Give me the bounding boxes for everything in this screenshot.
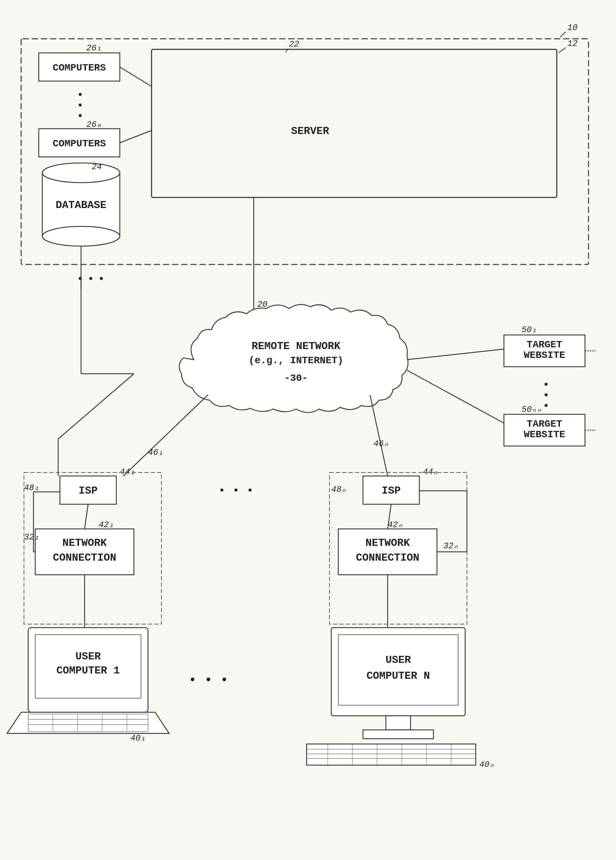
isp-1-label: ISP <box>78 485 98 497</box>
svg-text:•: • <box>77 273 83 286</box>
user-computer-1-label-1: USER <box>75 651 101 662</box>
ref-40-n-label: 40ₙ <box>479 760 494 769</box>
svg-rect-63 <box>307 744 476 765</box>
svg-rect-62 <box>363 730 433 739</box>
server-label: SERVER <box>291 125 329 137</box>
remote-network-sub-label: (e.g., INTERNET) <box>249 355 343 366</box>
svg-text:•: • <box>188 673 197 688</box>
ref-24-label: 24 <box>92 162 102 172</box>
database-label: DATABASE <box>56 199 107 211</box>
target-website-n-label-2: WEBSITE <box>524 429 565 440</box>
svg-text:•: • <box>543 400 549 413</box>
ref-32-1-label: 32₁ <box>24 532 39 542</box>
ref-32-n-label: 32ₙ <box>443 541 458 551</box>
svg-text:•: • <box>247 484 253 497</box>
svg-point-14 <box>42 163 120 183</box>
svg-text:•: • <box>88 273 94 286</box>
computers-1-label: COMPUTERS <box>53 63 106 73</box>
network-conn-1-label-1: NETWORK <box>63 537 107 549</box>
ref-46-1-label: 46₁ <box>148 448 163 457</box>
svg-text:•: • <box>98 273 105 286</box>
ref-48-n-label: 48ₙ <box>331 485 346 494</box>
isp-n-label: ISP <box>382 485 401 497</box>
svg-text:•: • <box>218 484 225 497</box>
svg-rect-61 <box>386 716 411 730</box>
svg-rect-48 <box>28 714 148 732</box>
network-conn-1-label-2: CONNECTION <box>53 552 116 564</box>
ref-50-nn-label: 50ₙₙ <box>522 405 542 414</box>
ref-40-1-label: 40₁ <box>130 733 146 743</box>
ref-44-n-label: 44ₙ <box>423 467 438 477</box>
network-conn-n-label-2: CONNECTION <box>356 552 419 564</box>
ref-42-n-label: 42ₙ <box>388 520 403 530</box>
svg-text:•: • <box>233 484 239 497</box>
ref-12-label: 12 <box>567 39 578 48</box>
computers-m-label: COMPUTERS <box>53 138 106 149</box>
target-website-1-label-1: TARGET <box>527 339 563 350</box>
ref-26-1-label: 26₁ <box>86 43 102 53</box>
ref-26-m-label: 26ₘ <box>86 120 102 129</box>
remote-network-label: REMOTE NETWORK <box>252 340 340 352</box>
remote-network-ref-label: -30- <box>284 373 308 384</box>
svg-text:•: • <box>204 673 213 688</box>
target-website-1-label-2: WEBSITE <box>524 350 565 361</box>
ref-50-1-label: 50₁ <box>522 325 537 334</box>
target-website-n-label-1: TARGET <box>527 419 563 430</box>
ref-46-n-label: 46ₙ <box>373 439 389 449</box>
user-computer-n-label-1: USER <box>386 654 411 666</box>
diagram-container: text { font-family: 'Courier New', Couri… <box>0 0 616 860</box>
user-computer-n-label-2: COMPUTER N <box>367 670 430 682</box>
network-conn-n-label-1: NETWORK <box>365 537 410 549</box>
ref-48-1-label: 48₁ <box>24 483 39 493</box>
svg-text:•: • <box>77 110 83 123</box>
user-computer-1-label-2: COMPUTER 1 <box>56 665 120 676</box>
ref-42-1-label: 42₁ <box>99 520 114 530</box>
svg-text:•: • <box>220 673 228 688</box>
ref-22-label: 22 <box>289 39 299 49</box>
ref-10-label: 10 <box>567 23 578 33</box>
svg-point-15 <box>42 226 120 246</box>
